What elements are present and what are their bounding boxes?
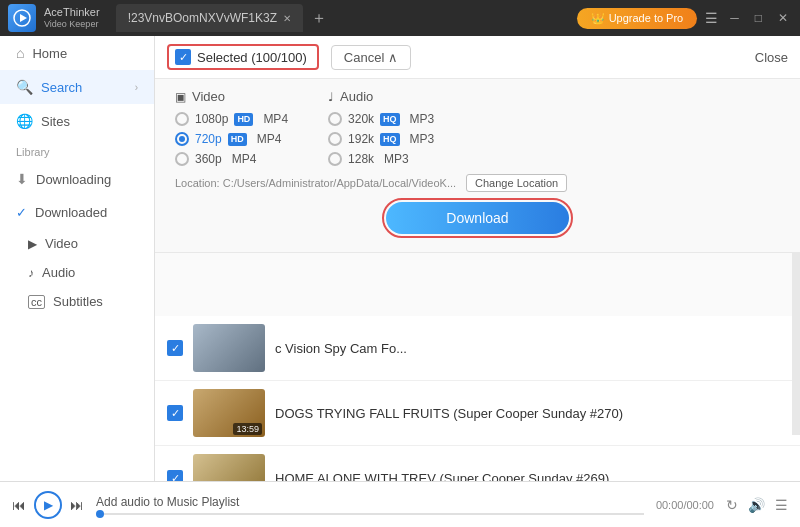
video-option-1080[interactable]: 1080p HD MP4 — [175, 112, 288, 126]
video-list: ✓ c Vision Spy Cam Fo... ✓ 13:59 DOGS TR… — [155, 316, 800, 481]
close-label[interactable]: Close — [755, 50, 788, 65]
radio-720p[interactable] — [175, 132, 189, 146]
radio-1080p[interactable] — [175, 112, 189, 126]
play-button[interactable]: ▶ — [34, 491, 62, 519]
radio-192k[interactable] — [328, 132, 342, 146]
sidebar-item-subtitles[interactable]: cc Subtitles — [0, 287, 154, 316]
audio-format-section: ♩ Audio 320k HQ MP3 — [328, 89, 434, 166]
location-path: Location: C:/Users/Administrator/AppData… — [175, 177, 456, 189]
menu-icon[interactable]: ☰ — [705, 10, 718, 26]
audio-option-192[interactable]: 192k HQ MP3 — [328, 132, 434, 146]
upgrade-button[interactable]: 👑 Upgrade to Pro — [577, 8, 698, 29]
track-label: Add audio to Music Playlist — [96, 495, 239, 509]
search-icon: 🔍 — [16, 79, 33, 95]
chevron-up-icon: ∧ — [388, 50, 398, 65]
player-controls: ⏮ ▶ ⏭ — [12, 491, 84, 519]
crown-icon: 👑 — [591, 12, 605, 25]
sidebar-item-audio[interactable]: ♪ Audio — [0, 258, 154, 287]
video-option-360[interactable]: 360p MP4 — [175, 152, 288, 166]
video-title: DOGS TRYING FALL FRUITS (Super Cooper Su… — [275, 406, 788, 421]
repeat-icon[interactable]: ↻ — [726, 497, 738, 513]
video-title: HOME ALONE WITH TREV (Super Cooper Sunda… — [275, 471, 788, 482]
selected-count-area[interactable]: ✓ Selected (100/100) — [167, 44, 319, 70]
cancel-button[interactable]: Cancel ∧ — [331, 45, 411, 70]
change-location-button[interactable]: Change Location — [466, 174, 567, 192]
sidebar-item-sites[interactable]: 🌐 Sites — [0, 104, 154, 138]
video-thumbnail — [193, 324, 265, 372]
table-row[interactable]: ✓ c Vision Spy Cam Fo... — [155, 316, 800, 381]
playlist-icon[interactable]: ☰ — [775, 497, 788, 513]
video-format-section: ▣ Video 1080p HD MP4 — [175, 89, 288, 166]
active-tab[interactable]: !23VnvBOomNXVvWF1K3Z ✕ — [116, 4, 303, 32]
chevron-right-icon: › — [135, 82, 138, 93]
next-button[interactable]: ⏭ — [70, 497, 84, 513]
radio-360p[interactable] — [175, 152, 189, 166]
svg-marker-1 — [20, 14, 27, 22]
sidebar: ⌂ Home 🔍 Search › 🌐 Sites Library ⬇ Down… — [0, 36, 155, 481]
select-all-checkbox[interactable]: ✓ — [175, 49, 191, 65]
audio-icon: ♪ — [28, 266, 34, 280]
video-option-720[interactable]: 720p HD MP4 — [175, 132, 288, 146]
format-options-row: ▣ Video 1080p HD MP4 — [175, 89, 780, 166]
title-bar-actions: 👑 Upgrade to Pro ☰ ─ □ ✕ — [577, 8, 792, 29]
video-options-list: 1080p HD MP4 720p HD MP4 — [175, 112, 288, 166]
sidebar-item-search[interactable]: 🔍 Search › — [0, 70, 154, 104]
time-display: 00:00/00:00 — [656, 499, 714, 511]
progress-handle[interactable] — [96, 510, 104, 518]
app-title: AceThinker Video Keeper — [44, 6, 100, 30]
player-right-controls: ↻ 🔊 ☰ — [726, 497, 788, 513]
add-tab-button[interactable]: ＋ — [307, 8, 331, 29]
video-thumbnail: 13:59 — [193, 389, 265, 437]
app-logo — [8, 4, 36, 32]
sidebar-item-downloaded[interactable]: ✓ Downloaded — [0, 196, 154, 229]
audio-section-icon: ♩ — [328, 90, 334, 104]
radio-128k[interactable] — [328, 152, 342, 166]
sidebar-item-home[interactable]: ⌂ Home — [0, 36, 154, 70]
tab-bar: !23VnvBOomNXVvWF1K3Z ✕ ＋ — [116, 4, 569, 32]
maximize-button[interactable]: □ — [751, 11, 766, 25]
video-checkbox[interactable]: ✓ — [167, 405, 183, 421]
sites-icon: 🌐 — [16, 113, 33, 129]
content-area: ✓ Selected (100/100) Cancel ∧ Close ▣ Vi… — [155, 36, 800, 481]
volume-icon[interactable]: 🔊 — [748, 497, 765, 513]
format-selector: ▣ Video 1080p HD MP4 — [155, 79, 800, 253]
audio-section-title: ♩ Audio — [328, 89, 434, 104]
location-row: Location: C:/Users/Administrator/AppData… — [175, 174, 780, 192]
audio-option-128[interactable]: 128k MP3 — [328, 152, 434, 166]
video-section-title: ▣ Video — [175, 89, 288, 104]
table-row[interactable]: ✓ 13:59 DOGS TRYING FALL FRUITS (Super C… — [155, 381, 800, 446]
video-icon: ▶ — [28, 237, 37, 251]
download-button[interactable]: Download — [386, 202, 568, 234]
download-icon: ⬇ — [16, 171, 28, 187]
video-checkbox[interactable]: ✓ — [167, 340, 183, 356]
video-checkbox[interactable]: ✓ — [167, 470, 183, 481]
track-info: Add audio to Music Playlist — [96, 495, 644, 515]
home-icon: ⌂ — [16, 45, 24, 61]
minimize-button[interactable]: ─ — [726, 11, 743, 25]
prev-button[interactable]: ⏮ — [12, 497, 26, 513]
video-thumbnail: 23:36 — [193, 454, 265, 481]
sidebar-item-downloading[interactable]: ⬇ Downloading — [0, 162, 154, 196]
format-dropdown: ✓ Selected (100/100) Cancel ∧ Close ▣ Vi… — [155, 36, 800, 253]
audio-options-list: 320k HQ MP3 192k HQ MP3 — [328, 112, 434, 166]
subtitles-icon: cc — [28, 295, 45, 309]
video-section-icon: ▣ — [175, 90, 186, 104]
audio-option-320[interactable]: 320k HQ MP3 — [328, 112, 434, 126]
selection-bar: ✓ Selected (100/100) Cancel ∧ Close — [155, 36, 800, 79]
downloaded-icon: ✓ — [16, 205, 27, 220]
video-title: c Vision Spy Cam Fo... — [275, 341, 788, 356]
tab-close-icon[interactable]: ✕ — [283, 13, 291, 24]
title-bar: AceThinker Video Keeper !23VnvBOomNXVvWF… — [0, 0, 800, 36]
table-row[interactable]: ✓ 23:36 HOME ALONE WITH TREV (Super Coop… — [155, 446, 800, 481]
main-container: ⌂ Home 🔍 Search › 🌐 Sites Library ⬇ Down… — [0, 36, 800, 481]
player-bar: ⏮ ▶ ⏭ Add audio to Music Playlist 00:00/… — [0, 481, 800, 527]
window-close-button[interactable]: ✕ — [774, 11, 792, 25]
library-section-label: Library — [0, 138, 154, 162]
sidebar-item-video[interactable]: ▶ Video — [0, 229, 154, 258]
radio-320k[interactable] — [328, 112, 342, 126]
